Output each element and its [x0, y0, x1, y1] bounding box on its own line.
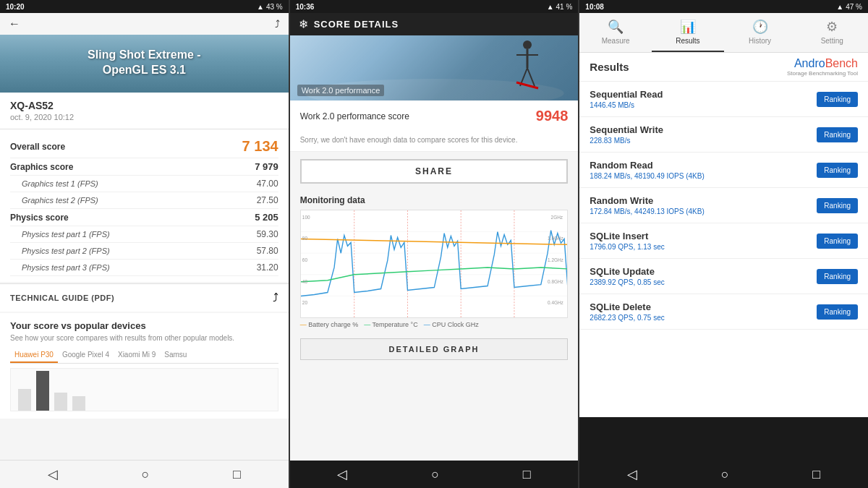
bench-text: Bench — [825, 57, 858, 69]
back-nav-3[interactable]: ◁ — [627, 466, 637, 482]
time-2: 10:36 — [296, 3, 315, 11]
share-button[interactable]: ⤴ — [275, 18, 280, 30]
item-name-sqlite-delete: SQLite Delete — [590, 301, 817, 312]
svg-text:80: 80 — [302, 236, 307, 241]
item-info-sqlite-delete: SQLite Delete 2682.23 QPS, 0.75 sec — [590, 301, 817, 322]
detailed-graph-button[interactable]: DETAILED GRAPH — [300, 338, 569, 360]
p1-hero: Sling Shot Extreme -OpenGL ES 3.1 — [0, 35, 289, 93]
topbar-title: SCORE DETAILS — [314, 19, 399, 30]
recent-nav-3[interactable]: □ — [812, 467, 820, 482]
p1-header: ← ⤴ — [0, 13, 289, 35]
item-sub-sqlite-insert: 1796.09 QPS, 1.13 sec — [590, 243, 817, 251]
measure-icon: 🔍 — [608, 19, 624, 35]
physics-test2-value: 57.80 — [257, 246, 278, 256]
ranking-btn-rand-read[interactable]: Ranking — [817, 163, 858, 178]
list-item: Sequential Write 228.83 MB/s Ranking — [579, 117, 868, 153]
chart-legend: — Battery charge % — Temperature °C — CP… — [300, 321, 569, 328]
p3-bottom-nav: ◁ ○ □ — [579, 461, 868, 488]
item-name-seq-read: Sequential Read — [590, 89, 817, 100]
p3-nav-bar: 🔍 Measure 📊 Results 🕐 History ⚙ Setting — [579, 13, 868, 53]
physics-test2-label: Physics test part 2 (FPS) — [10, 247, 110, 255]
back-nav-button[interactable]: ◁ — [48, 466, 58, 482]
ranking-btn-sqlite-update[interactable]: Ranking — [817, 269, 858, 284]
setting-icon: ⚙ — [826, 19, 838, 35]
ranking-btn-sqlite-delete[interactable]: Ranking — [817, 304, 858, 320]
svg-line-6 — [527, 68, 535, 86]
tab-google-pixel4[interactable]: Google Pixel 4 — [58, 348, 114, 363]
share-button-2[interactable]: SHARE — [300, 159, 569, 184]
ranking-btn-seq-write[interactable]: Ranking — [817, 127, 858, 142]
item-name-rand-read: Random Read — [590, 160, 817, 171]
signal-icon: ▲ — [257, 3, 264, 11]
physics-test3-label: Physics test part 3 (FPS) — [10, 263, 110, 272]
p1-device-card: XQ-AS52 oct. 9, 2020 10:12 — [0, 93, 289, 129]
legend-battery: — Battery charge % — [300, 321, 359, 328]
battery-3: 47 % — [846, 3, 862, 11]
results-title: Results — [590, 61, 629, 73]
nav-results[interactable]: 📊 Results — [652, 13, 724, 52]
item-sub-seq-read: 1446.45 MB/s — [590, 101, 817, 109]
battery-2: 41 % — [556, 3, 573, 11]
time-1: 10:20 — [6, 3, 25, 11]
tab-xiaomi-mi9[interactable]: Xiaomi Mi 9 — [114, 348, 160, 363]
graphics-label: Graphics score — [10, 162, 73, 172]
back-nav-2[interactable]: ◁ — [337, 466, 347, 482]
back-button[interactable]: ← — [9, 17, 20, 30]
item-sub-rand-read: 188.24 MB/s, 48190.49 IOPS (4KB) — [590, 172, 817, 180]
ranking-btn-seq-read[interactable]: Ranking — [817, 92, 858, 107]
tab-samsung[interactable]: Samsu — [160, 348, 191, 363]
tab-huawei-p30[interactable]: Huawei P30 — [10, 348, 58, 363]
overall-value: 7 134 — [242, 138, 278, 155]
panel-3dmark: 10:20 ▲ 43 % ← ⤴ Sling Shot Extreme -Ope… — [0, 0, 289, 488]
ranking-btn-rand-write[interactable]: Ranking — [817, 198, 858, 213]
list-item: Random Read 188.24 MB/s, 48190.49 IOPS (… — [579, 153, 868, 188]
physics-test1-row: Physics test part 1 (FPS) 59.30 — [10, 226, 278, 243]
home-nav-button[interactable]: ○ — [141, 467, 149, 482]
physics-test1-value: 59.30 — [257, 229, 278, 239]
item-info-seq-write: Sequential Write 228.83 MB/s — [590, 124, 817, 145]
score-label: Work 2.0 performance score — [300, 111, 409, 121]
score-value: 9948 — [536, 108, 569, 124]
status-icons-2: ▲ 41 % — [547, 3, 573, 11]
status-bar-1: 10:20 ▲ 43 % — [0, 0, 289, 13]
p2-monitoring: Monitoring data 100 — [290, 191, 579, 333]
graphics-test1-label: Graphics test 1 (FPS) — [10, 179, 98, 188]
status-bar-2: 10:36 ▲ 41 % — [290, 0, 579, 13]
ranking-btn-sqlite-insert[interactable]: Ranking — [817, 234, 858, 249]
andro-text: Andro — [794, 57, 825, 69]
share-icon-technical[interactable]: ⤴ — [273, 291, 278, 304]
time-3: 10:08 — [585, 3, 604, 11]
wifi-icon: ▲ — [547, 3, 554, 11]
compare-desc: See how your score compares with results… — [10, 334, 278, 342]
list-item: SQLite Delete 2682.23 QPS, 0.75 sec Rank… — [579, 294, 868, 330]
physics-test3-row: Physics test part 3 (FPS) 31.20 — [10, 260, 278, 276]
graphics-test2-label: Graphics test 2 (FPS) — [10, 196, 98, 205]
home-nav-3[interactable]: ○ — [721, 467, 729, 482]
item-info-sqlite-update: SQLite Update 2389.92 QPS, 0.85 sec — [590, 266, 817, 286]
wifi-icon-3: ▲ — [836, 3, 843, 11]
nav-history[interactable]: 🕐 History — [724, 13, 796, 52]
compare-tabs: Huawei P30 Google Pixel 4 Xiaomi Mi 9 Sa… — [10, 348, 278, 364]
monitoring-chart: 100 80 60 40 20 2GHz 1.6GHz 1.2GHz 0.8GH… — [300, 210, 569, 318]
physics-test3-value: 31.20 — [257, 262, 278, 273]
andro-sub: Storage Benchmarking Tool — [787, 70, 858, 77]
item-sub-sqlite-update: 2389.92 QPS, 0.85 sec — [590, 278, 817, 286]
item-name-rand-write: Random Write — [590, 195, 817, 206]
nav-setting[interactable]: ⚙ Setting — [796, 13, 868, 52]
p3-header: Results AndroBench Storage Benchmarking … — [579, 53, 868, 82]
hero-title: Sling Shot Extreme -OpenGL ES 3.1 — [9, 48, 280, 78]
item-info-rand-write: Random Write 172.84 MB/s, 44249.13 IOPS … — [590, 195, 817, 215]
setting-label: Setting — [821, 37, 843, 45]
recent-nav-2[interactable]: □ — [523, 467, 531, 482]
graphics-test2-value: 27.50 — [257, 195, 278, 205]
monitoring-title: Monitoring data — [300, 195, 569, 205]
svg-text:100: 100 — [302, 215, 310, 220]
item-info-sqlite-insert: SQLite Insert 1796.09 QPS, 1.13 sec — [590, 231, 817, 251]
p1-technical[interactable]: TECHNICAL GUIDE (PDF) ⤴ — [0, 283, 289, 312]
nav-measure[interactable]: 🔍 Measure — [579, 13, 652, 52]
svg-text:1.6GHz: 1.6GHz — [548, 236, 563, 241]
home-nav-2[interactable]: ○ — [431, 467, 439, 482]
p2-score-section: Work 2.0 performance score 9948 — [290, 100, 579, 132]
graphics-value: 7 979 — [255, 161, 278, 172]
recent-nav-button[interactable]: □ — [233, 467, 241, 482]
